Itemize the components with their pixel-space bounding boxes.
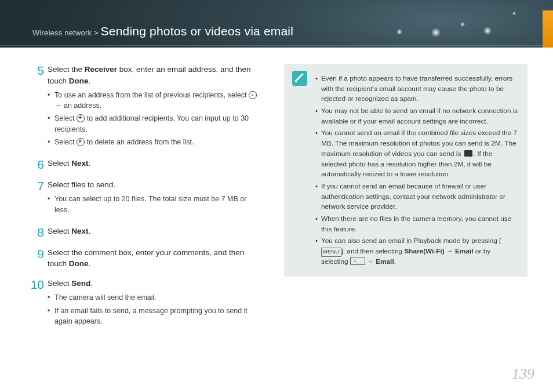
step-10-bullet-2: If an email fails to send, a message pro… xyxy=(48,306,261,326)
step-number: 10 xyxy=(29,278,48,329)
step-10: 10 Select Send. The camera will send the… xyxy=(29,278,261,329)
remove-icon xyxy=(77,138,85,146)
share-button-icon xyxy=(350,257,365,265)
step-7-bullet-1: You can select up to 20 files. The total… xyxy=(48,194,261,215)
note-item: If you cannot send an email because of f… xyxy=(315,182,518,212)
page-title: Sending photos or videos via email xyxy=(101,24,294,38)
dropdown-icon xyxy=(249,91,257,99)
header-sparkles xyxy=(391,6,541,46)
step-5-bullet-3: Select to delete an address from the lis… xyxy=(48,137,261,147)
note-icon xyxy=(292,71,307,86)
page-number: 139 xyxy=(512,365,534,383)
add-icon xyxy=(77,114,85,122)
note-item: Even if a photo appears to have transfer… xyxy=(315,74,518,104)
steps-column: 5 Select the Receiver box, enter an emai… xyxy=(29,64,261,337)
menu-button-icon: MENU xyxy=(321,248,341,257)
section-tab xyxy=(543,10,553,48)
note-item: You may not be able to send an email if … xyxy=(315,106,518,126)
thumbnail-icon xyxy=(464,150,472,157)
step-number: 6 xyxy=(29,158,48,171)
step-6: 6 Select Next. xyxy=(29,158,261,171)
note-item: You cannot send an email if the combined… xyxy=(315,128,518,179)
note-item: When there are no files in the camera me… xyxy=(315,214,518,234)
breadcrumb: Wireless network > Sending photos or vid… xyxy=(32,24,293,38)
note-item: You can also send an email in Playback m… xyxy=(315,236,518,267)
step-5-bullet-2: Select to add additional recipients. You… xyxy=(48,113,261,134)
note-box: Even if a photo appears to have transfer… xyxy=(284,64,527,277)
breadcrumb-prefix: Wireless network > xyxy=(32,28,101,37)
step-number: 9 xyxy=(29,247,48,270)
step-9: 9 Select the comment box, enter your com… xyxy=(29,247,261,270)
step-number: 5 xyxy=(29,64,48,150)
step-7: 7 Select files to send. You can select u… xyxy=(29,179,261,217)
step-5: 5 Select the Receiver box, enter an emai… xyxy=(29,64,261,150)
page-header: Wireless network > Sending photos or vid… xyxy=(0,0,553,48)
step-8: 8 Select Next. xyxy=(29,226,261,239)
notes-column: Even if a photo appears to have transfer… xyxy=(284,64,527,337)
step-5-bullet-1: To use an address from the list of previ… xyxy=(48,90,261,111)
step-10-bullet-1: The camera will send the email. xyxy=(48,292,261,303)
step-number: 7 xyxy=(29,179,48,217)
step-number: 8 xyxy=(29,226,48,239)
